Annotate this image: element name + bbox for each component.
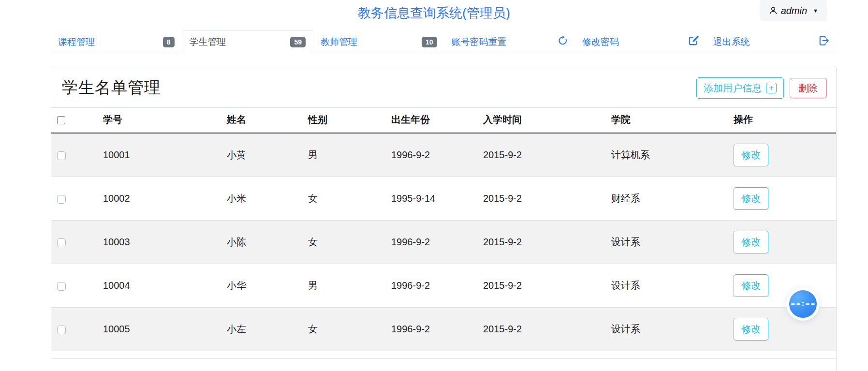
cell-college: 设计系 bbox=[605, 308, 728, 351]
col-name: 姓名 bbox=[221, 108, 302, 134]
select-all-cell bbox=[51, 108, 97, 134]
tab-student-management[interactable]: 学生管理 59 bbox=[182, 30, 314, 54]
cell-birth: 1995-9-14 bbox=[385, 177, 477, 221]
delete-button[interactable]: 删除 bbox=[790, 78, 826, 98]
cell-id: 10003 bbox=[97, 221, 221, 264]
course-count-badge: 8 bbox=[163, 37, 175, 47]
col-gender: 性别 bbox=[302, 108, 385, 134]
tab-label: 退出系统 bbox=[713, 36, 750, 48]
cell-enroll: 2015-9-2 bbox=[477, 133, 605, 177]
cell-enroll: 2015-9-2 bbox=[477, 308, 605, 351]
cell-enroll: 2015-9-2 bbox=[477, 221, 605, 264]
edit-button[interactable]: 修改 bbox=[734, 144, 768, 166]
student-table: 学号 姓名 性别 出生年份 入学时间 学院 操作 10001小黄男1996-9-… bbox=[51, 107, 836, 351]
student-count-badge: 59 bbox=[290, 37, 306, 47]
cell-enroll: 2015-9-2 bbox=[477, 264, 605, 308]
top-bar: 教务信息查询系统(管理员) admin ▼ bbox=[0, 0, 868, 25]
refresh-icon bbox=[557, 35, 568, 48]
add-user-label: 添加用户信息 bbox=[704, 83, 762, 93]
cell-gender: 男 bbox=[302, 133, 385, 177]
cell-id: 10002 bbox=[97, 177, 221, 221]
edit-button[interactable]: 修改 bbox=[734, 187, 768, 210]
cell-name: 小华 bbox=[221, 264, 302, 308]
cell-gender: 女 bbox=[302, 221, 385, 264]
row-checkbox[interactable] bbox=[57, 238, 66, 247]
col-enroll-date: 入学时间 bbox=[477, 108, 605, 134]
edit-button[interactable]: 修改 bbox=[734, 274, 768, 297]
user-name: admin bbox=[781, 5, 807, 16]
tab-course-management[interactable]: 课程管理 8 bbox=[51, 30, 182, 54]
tab-bar: 课程管理 8 学生管理 59 教师管理 10 账号密码重置 修改密码 bbox=[51, 30, 837, 54]
row-checkbox-cell bbox=[51, 133, 97, 177]
row-checkbox[interactable] bbox=[57, 151, 66, 160]
row-checkbox-cell bbox=[51, 221, 97, 264]
student-list-panel: 学生名单管理 添加用户信息 + 删除 学号 姓名 bbox=[51, 66, 837, 371]
panel-heading: 学生名单管理 bbox=[62, 77, 161, 99]
row-checkbox[interactable] bbox=[57, 195, 66, 204]
dash-icon bbox=[806, 303, 809, 305]
panel-actions: 添加用户信息 + 删除 bbox=[696, 77, 826, 99]
col-student-id: 学号 bbox=[97, 108, 221, 134]
plus-square-icon: + bbox=[766, 83, 777, 93]
cell-gender: 男 bbox=[302, 264, 385, 308]
row-checkbox[interactable] bbox=[57, 326, 66, 334]
cell-enroll: 2015-9-2 bbox=[477, 177, 605, 221]
cell-college: 计算机系 bbox=[605, 133, 728, 177]
cell-actions: 修改 bbox=[728, 177, 836, 221]
row-checkbox-cell bbox=[51, 264, 97, 308]
student-row-10002: 10002小米女1995-9-142015-9-2财经系修改 bbox=[51, 177, 836, 221]
caret-down-icon: ▼ bbox=[813, 8, 818, 14]
col-birth-year: 出生年份 bbox=[385, 108, 477, 134]
dash-icon bbox=[791, 303, 795, 305]
pagination-section: «上一页 1 2 最后一页» bbox=[51, 358, 836, 371]
floating-assistant-button[interactable] bbox=[789, 290, 817, 318]
tab-change-password[interactable]: 修改密码 bbox=[575, 30, 706, 54]
col-college: 学院 bbox=[605, 108, 728, 134]
dash-icon bbox=[811, 303, 815, 305]
cell-name: 小米 bbox=[221, 177, 302, 221]
cell-id: 10001 bbox=[97, 133, 221, 177]
student-table-body: 10001小黄男1996-9-22015-9-2计算机系修改10002小米女19… bbox=[51, 133, 836, 351]
tab-teacher-management[interactable]: 教师管理 10 bbox=[313, 30, 444, 54]
cell-gender: 女 bbox=[302, 308, 385, 351]
colon-dots-icon bbox=[802, 302, 804, 306]
cell-birth: 1996-9-2 bbox=[385, 264, 477, 308]
cell-college: 财经系 bbox=[605, 177, 728, 221]
row-checkbox[interactable] bbox=[57, 282, 66, 291]
cell-id: 10004 bbox=[97, 264, 221, 308]
page-title: 教务信息查询系统(管理员) bbox=[0, 4, 868, 22]
tab-label: 学生管理 bbox=[190, 36, 226, 48]
cell-id: 10005 bbox=[97, 308, 221, 351]
edit-button[interactable]: 修改 bbox=[734, 318, 768, 341]
user-menu-button[interactable]: admin ▼ bbox=[760, 0, 827, 21]
tab-label: 教师管理 bbox=[321, 36, 357, 48]
cell-college: 设计系 bbox=[605, 264, 728, 308]
cell-name: 小黄 bbox=[221, 133, 302, 177]
tab-label: 课程管理 bbox=[58, 36, 95, 48]
panel-header: 学生名单管理 添加用户信息 + 删除 bbox=[51, 66, 836, 107]
add-user-button[interactable]: 添加用户信息 + bbox=[696, 77, 784, 99]
cell-birth: 1996-9-2 bbox=[385, 133, 477, 177]
edit-button[interactable]: 修改 bbox=[734, 231, 768, 253]
pencil-square-icon bbox=[688, 35, 699, 48]
student-row-10003: 10003小陈女1996-9-22015-9-2设计系修改 bbox=[51, 221, 836, 264]
select-all-checkbox[interactable] bbox=[57, 116, 65, 124]
cell-gender: 女 bbox=[302, 177, 385, 221]
row-checkbox-cell bbox=[51, 177, 97, 221]
cell-birth: 1996-9-2 bbox=[385, 221, 477, 264]
teacher-count-badge: 10 bbox=[422, 37, 437, 47]
col-actions: 操作 bbox=[728, 108, 836, 134]
box-arrow-right-icon bbox=[819, 35, 829, 48]
dash-icon bbox=[796, 303, 800, 305]
tab-logout[interactable]: 退出系统 bbox=[706, 30, 837, 54]
row-checkbox-cell bbox=[51, 308, 97, 351]
cell-actions: 修改 bbox=[728, 133, 836, 177]
cell-name: 小左 bbox=[221, 308, 302, 351]
student-row-10004: 10004小华男1996-9-22015-9-2设计系修改 bbox=[51, 264, 836, 308]
tab-password-reset[interactable]: 账号密码重置 bbox=[444, 30, 575, 54]
person-icon bbox=[768, 6, 778, 15]
student-row-10001: 10001小黄男1996-9-22015-9-2计算机系修改 bbox=[51, 133, 836, 177]
table-header-row: 学号 姓名 性别 出生年份 入学时间 学院 操作 bbox=[51, 108, 836, 134]
cell-actions: 修改 bbox=[728, 308, 836, 351]
tab-label: 修改密码 bbox=[582, 36, 619, 48]
